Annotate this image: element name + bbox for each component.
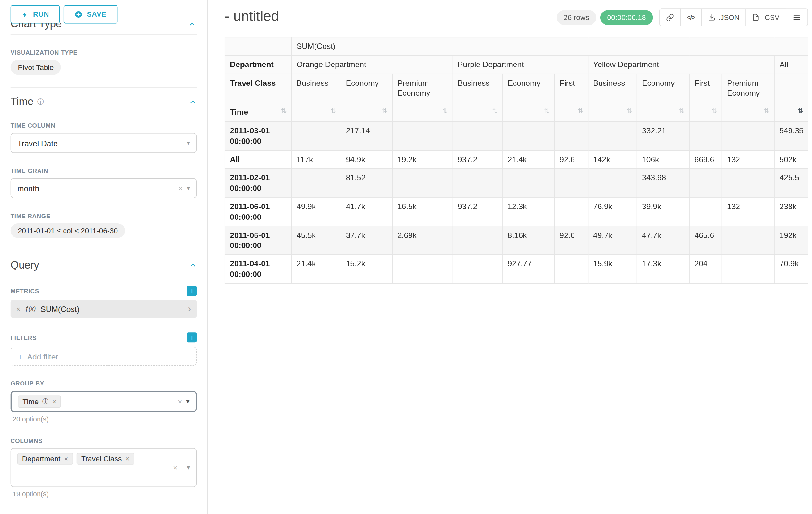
export-json-button[interactable]: .JSON bbox=[701, 8, 746, 26]
query-section-header[interactable]: Query bbox=[10, 259, 197, 271]
value-cell bbox=[722, 226, 775, 254]
column-header-cell: First bbox=[689, 74, 722, 102]
value-cell: 76.9k bbox=[588, 197, 637, 226]
query-timer-badge: 00:00:00.18 bbox=[600, 10, 652, 25]
value-cell: 204 bbox=[689, 255, 722, 283]
sort-icon[interactable]: ⇅ bbox=[281, 107, 287, 115]
sort-header-cell[interactable]: ⇅ bbox=[392, 102, 453, 121]
value-cell: 117k bbox=[291, 150, 341, 169]
add-filter-button[interactable]: + Add filter bbox=[10, 347, 197, 366]
value-cell: 41.7k bbox=[341, 197, 392, 226]
group-header-cell: Purple Department bbox=[453, 55, 588, 74]
metric-item[interactable]: × ƒ(x) SUM(Cost) › bbox=[10, 300, 197, 318]
visualization-type-pill[interactable]: Pivot Table bbox=[10, 60, 61, 75]
columns-tag: Travel Class × bbox=[77, 453, 134, 464]
clear-icon[interactable]: × bbox=[173, 463, 177, 471]
value-cell: 132 bbox=[722, 197, 775, 226]
value-cell bbox=[453, 169, 502, 197]
sort-descending-icon[interactable]: ⇅ bbox=[798, 107, 803, 115]
sort-header-cell[interactable]: ⇅ bbox=[588, 102, 637, 121]
row-label-cell: 2011-05-01 00:00:00 bbox=[225, 226, 292, 254]
sort-icon[interactable]: ⇅ bbox=[712, 107, 717, 115]
columns-tag: Department × bbox=[17, 453, 73, 464]
chevron-down-icon[interactable]: ▾ bbox=[187, 139, 190, 146]
chevron-right-icon[interactable]: › bbox=[188, 304, 191, 314]
remove-tag-icon[interactable]: × bbox=[125, 455, 129, 463]
chevron-down-icon[interactable]: ▾ bbox=[187, 464, 190, 471]
sort-header-cell[interactable]: ⇅ bbox=[341, 102, 392, 121]
remove-tag-icon[interactable]: × bbox=[52, 397, 56, 405]
columns-select[interactable]: Department × Travel Class × × ▾ bbox=[10, 448, 197, 487]
sort-header-cell[interactable]: ⇅ bbox=[291, 102, 341, 121]
copy-link-button[interactable] bbox=[659, 8, 680, 26]
value-cell: 192k bbox=[775, 226, 808, 254]
row-label-cell: All bbox=[225, 150, 292, 169]
view-query-button[interactable]: </> bbox=[680, 8, 702, 26]
group-by-label: GROUP BY bbox=[10, 380, 197, 387]
time-range-pill[interactable]: 2011-01-01 ≤ col < 2011-06-30 bbox=[10, 223, 125, 238]
value-cell bbox=[291, 122, 341, 150]
value-cell bbox=[291, 169, 341, 197]
sort-header-cell[interactable]: ⇅ bbox=[502, 102, 555, 121]
pivot-data-row: 2011-04-01 00:00:0021.4k15.2k927.7715.9k… bbox=[225, 255, 808, 283]
menu-icon bbox=[792, 13, 801, 22]
chevron-up-icon[interactable] bbox=[189, 98, 197, 106]
remove-tag-icon[interactable]: × bbox=[64, 455, 68, 463]
remove-metric-icon[interactable]: × bbox=[17, 305, 20, 313]
sort-icon[interactable]: ⇅ bbox=[544, 107, 549, 115]
time-grain-select[interactable]: month × ▾ bbox=[10, 178, 197, 198]
chevron-up-icon[interactable] bbox=[188, 23, 196, 28]
tag-label: Travel Class bbox=[81, 455, 122, 463]
column-header-cell bbox=[775, 74, 808, 102]
value-cell: 37.7k bbox=[341, 226, 392, 254]
value-cell bbox=[555, 255, 588, 283]
group-by-select[interactable]: Time ⓘ × × ▾ bbox=[10, 391, 197, 412]
value-cell: 332.21 bbox=[637, 122, 690, 150]
time-header-cell[interactable]: Time⇅ bbox=[225, 102, 292, 121]
chart-type-section-header[interactable]: Chart Type bbox=[10, 23, 197, 31]
sort-header-cell[interactable]: ⇅ bbox=[722, 102, 775, 121]
pivot-table-wrap: SUM(Cost)DepartmentOrange DepartmentPurp… bbox=[225, 37, 808, 283]
chart-title[interactable]: - untitled bbox=[225, 8, 279, 25]
run-button[interactable]: RUN bbox=[10, 5, 60, 23]
value-cell: 94.9k bbox=[341, 150, 392, 169]
pivot-data-row: 2011-06-01 00:00:0049.9k41.7k16.5k937.21… bbox=[225, 197, 808, 226]
sort-header-cell[interactable]: ⇅ bbox=[453, 102, 502, 121]
chevron-up-icon[interactable] bbox=[189, 261, 197, 269]
clear-icon[interactable]: × bbox=[178, 184, 183, 192]
group-header-cell: All bbox=[775, 55, 808, 74]
time-column-select[interactable]: Travel Date ▾ bbox=[10, 133, 197, 153]
sort-icon[interactable]: ⇅ bbox=[627, 107, 632, 115]
export-csv-button[interactable]: .CSV bbox=[746, 8, 786, 26]
chart-type-heading: Chart Type bbox=[10, 23, 197, 30]
sort-icon[interactable]: ⇅ bbox=[764, 107, 769, 115]
sort-icon[interactable]: ⇅ bbox=[382, 107, 387, 115]
value-cell: 49.9k bbox=[291, 197, 341, 226]
sort-icon[interactable]: ⇅ bbox=[492, 107, 497, 115]
sort-icon[interactable]: ⇅ bbox=[442, 107, 448, 115]
time-section-header[interactable]: Time ⓘ bbox=[10, 96, 197, 108]
sort-header-cell[interactable]: ⇅ bbox=[637, 102, 690, 121]
add-filter-plus-button[interactable]: + bbox=[187, 332, 197, 343]
chevron-down-icon[interactable]: ▾ bbox=[186, 398, 190, 405]
value-cell: 217.14 bbox=[341, 122, 392, 150]
value-cell: 2.69k bbox=[392, 226, 453, 254]
clear-icon[interactable]: × bbox=[178, 397, 182, 405]
value-cell: 8.16k bbox=[502, 226, 555, 254]
query-actions: RUN SAVE bbox=[0, 0, 207, 24]
sort-icon[interactable]: ⇅ bbox=[679, 107, 684, 115]
sort-header-cell[interactable]: ⇅ bbox=[689, 102, 722, 121]
sort-header-cell[interactable]: ⇅ bbox=[775, 102, 808, 121]
sort-header-cell[interactable]: ⇅ bbox=[555, 102, 588, 121]
value-cell: 81.52 bbox=[341, 169, 392, 197]
sort-icon[interactable]: ⇅ bbox=[330, 107, 336, 115]
sort-icon[interactable]: ⇅ bbox=[578, 107, 583, 115]
info-icon: ⓘ bbox=[42, 397, 49, 406]
value-cell bbox=[453, 122, 502, 150]
add-metric-button[interactable]: + bbox=[187, 286, 197, 296]
control-panel-scroll[interactable]: Chart Type VISUALIZATION TYPE Pivot Tabl… bbox=[0, 23, 207, 498]
value-cell: 17.3k bbox=[637, 255, 690, 283]
chevron-down-icon[interactable]: ▾ bbox=[187, 184, 190, 192]
save-button[interactable]: SAVE bbox=[64, 5, 117, 23]
more-options-button[interactable] bbox=[786, 8, 808, 26]
